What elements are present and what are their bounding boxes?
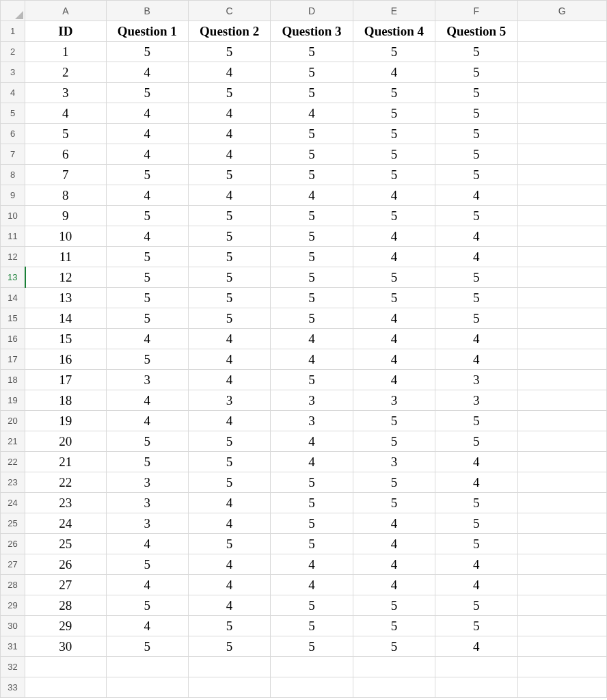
cell-B6[interactable]: 4 — [106, 124, 188, 144]
cell-A26[interactable]: 25 — [25, 534, 106, 554]
cell-B27[interactable]: 5 — [106, 554, 188, 575]
cell-E7[interactable]: 5 — [353, 144, 435, 165]
cell-A18[interactable]: 17 — [25, 370, 106, 390]
cell-G24[interactable] — [517, 493, 606, 513]
cell-A30[interactable]: 29 — [25, 616, 106, 636]
cell-G17[interactable] — [517, 349, 606, 370]
cell-F15[interactable]: 5 — [435, 308, 517, 329]
cell-E26[interactable]: 4 — [353, 534, 435, 554]
cell-E15[interactable]: 4 — [353, 308, 435, 329]
cell-B19[interactable]: 4 — [106, 390, 188, 411]
cell-F12[interactable]: 4 — [435, 247, 517, 267]
row-head-28[interactable]: 28 — [1, 575, 25, 595]
row-head-14[interactable]: 14 — [1, 288, 25, 308]
cell-A10[interactable]: 9 — [25, 206, 106, 226]
cell-F26[interactable]: 5 — [435, 534, 517, 554]
cell-D23[interactable]: 5 — [271, 472, 353, 493]
cell-D26[interactable]: 5 — [271, 534, 353, 554]
cell-B7[interactable]: 4 — [106, 144, 188, 165]
cell-A31[interactable]: 30 — [25, 636, 106, 657]
cell-A19[interactable]: 18 — [25, 390, 106, 411]
col-head-B[interactable]: B — [106, 1, 188, 21]
cell-F27[interactable]: 4 — [435, 554, 517, 575]
cell-D4[interactable]: 5 — [271, 83, 353, 103]
cell-A20[interactable]: 19 — [25, 411, 106, 431]
row-head-9[interactable]: 9 — [1, 185, 25, 206]
cell-B30[interactable]: 4 — [106, 616, 188, 636]
cell-E5[interactable]: 5 — [353, 103, 435, 124]
cell-C21[interactable]: 5 — [188, 431, 270, 452]
cell-E4[interactable]: 5 — [353, 83, 435, 103]
cell-B11[interactable]: 4 — [106, 226, 188, 247]
cell-E9[interactable]: 4 — [353, 185, 435, 206]
cell-C28[interactable]: 4 — [188, 575, 270, 595]
cell-C5[interactable]: 4 — [188, 103, 270, 124]
cell-G29[interactable] — [517, 595, 606, 616]
cell-A13[interactable]: 12 — [25, 267, 106, 288]
row-head-29[interactable]: 29 — [1, 595, 25, 616]
col-head-D[interactable]: D — [271, 1, 353, 21]
cell-C30[interactable]: 5 — [188, 616, 270, 636]
cell-D25[interactable]: 5 — [271, 513, 353, 534]
cell-G18[interactable] — [517, 370, 606, 390]
col-head-A[interactable]: A — [25, 1, 106, 21]
cell-D2[interactable]: 5 — [271, 42, 353, 62]
cell-F19[interactable]: 3 — [435, 390, 517, 411]
cell-D22[interactable]: 4 — [271, 452, 353, 472]
cell-F13[interactable]: 5 — [435, 267, 517, 288]
cell-F29[interactable]: 5 — [435, 595, 517, 616]
cell-F14[interactable]: 5 — [435, 288, 517, 308]
cell-D13[interactable]: 5 — [271, 267, 353, 288]
cell-D5[interactable]: 4 — [271, 103, 353, 124]
cell-C20[interactable]: 4 — [188, 411, 270, 431]
cell-C6[interactable]: 4 — [188, 124, 270, 144]
cell-G3[interactable] — [517, 62, 606, 83]
row-head-1[interactable]: 1 — [1, 21, 25, 42]
cell-B31[interactable]: 5 — [106, 636, 188, 657]
cell-B28[interactable]: 4 — [106, 575, 188, 595]
cell-B8[interactable]: 5 — [106, 165, 188, 185]
cell-C24[interactable]: 4 — [188, 493, 270, 513]
cell-F22[interactable]: 4 — [435, 452, 517, 472]
cell-G25[interactable] — [517, 513, 606, 534]
cell-B21[interactable]: 5 — [106, 431, 188, 452]
cell-G10[interactable] — [517, 206, 606, 226]
row-head-2[interactable]: 2 — [1, 42, 25, 62]
cell-F31[interactable]: 4 — [435, 636, 517, 657]
cell-F21[interactable]: 5 — [435, 431, 517, 452]
cell-B29[interactable]: 5 — [106, 595, 188, 616]
cell-D33[interactable] — [271, 677, 353, 698]
cell-D31[interactable]: 5 — [271, 636, 353, 657]
cell-A17[interactable]: 16 — [25, 349, 106, 370]
row-head-23[interactable]: 23 — [1, 472, 25, 493]
cell-F9[interactable]: 4 — [435, 185, 517, 206]
cell-F3[interactable]: 5 — [435, 62, 517, 83]
cell-D14[interactable]: 5 — [271, 288, 353, 308]
cell-B22[interactable]: 5 — [106, 452, 188, 472]
cell-G30[interactable] — [517, 616, 606, 636]
row-head-19[interactable]: 19 — [1, 390, 25, 411]
cell-F25[interactable]: 5 — [435, 513, 517, 534]
cell-E33[interactable] — [353, 677, 435, 698]
cell-A8[interactable]: 7 — [25, 165, 106, 185]
cell-D24[interactable]: 5 — [271, 493, 353, 513]
cell-D30[interactable]: 5 — [271, 616, 353, 636]
cell-G7[interactable] — [517, 144, 606, 165]
cell-B16[interactable]: 4 — [106, 329, 188, 349]
cell-G23[interactable] — [517, 472, 606, 493]
cell-G22[interactable] — [517, 452, 606, 472]
cell-F2[interactable]: 5 — [435, 42, 517, 62]
cell-F5[interactable]: 5 — [435, 103, 517, 124]
cell-A32[interactable] — [25, 657, 106, 677]
cell-D3[interactable]: 5 — [271, 62, 353, 83]
cell-F20[interactable]: 5 — [435, 411, 517, 431]
cell-E28[interactable]: 4 — [353, 575, 435, 595]
row-head-7[interactable]: 7 — [1, 144, 25, 165]
cell-D15[interactable]: 5 — [271, 308, 353, 329]
cell-B14[interactable]: 5 — [106, 288, 188, 308]
cell-C4[interactable]: 5 — [188, 83, 270, 103]
cell-A9[interactable]: 8 — [25, 185, 106, 206]
cell-G15[interactable] — [517, 308, 606, 329]
col-head-F[interactable]: F — [435, 1, 517, 21]
cell-A29[interactable]: 28 — [25, 595, 106, 616]
